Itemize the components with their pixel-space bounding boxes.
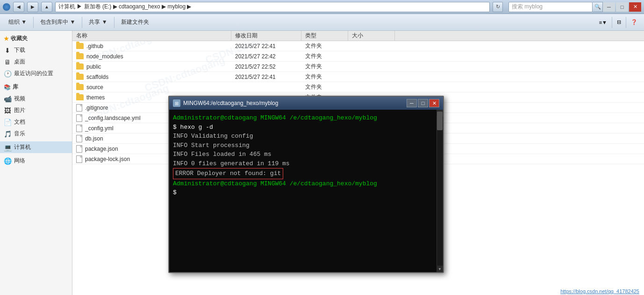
sidebar-item-music[interactable]: 🎵 音乐 — [0, 128, 72, 140]
file-icon — [76, 125, 82, 132]
address-bar[interactable]: 计算机 ▶ 新加卷 (E:) ▶ cdtaogang_hexo ▶ myblog… — [55, 2, 490, 12]
sidebar-item-documents[interactable]: 📄 文档 — [0, 116, 72, 128]
sidebar-item-download[interactable]: ⬇ 下载 — [0, 44, 72, 56]
library-section: 📚 库 📹 视频 🖼 图片 📄 文档 🎵 音乐 — [0, 81, 72, 140]
folder-icon — [76, 43, 84, 49]
new-folder-button[interactable]: 新建文件夹 — [117, 16, 153, 29]
terminal-close-button[interactable]: ✕ — [429, 99, 439, 107]
terminal-line: INFO Files loaded in 465 ms — [173, 150, 439, 159]
bottom-link[interactable]: https://blog.csdn.net/qq_41782425 — [556, 288, 644, 295]
up-button[interactable]: ▲ — [41, 2, 52, 12]
file-row[interactable]: .github 2021/5/27 22:41 文件夹 — [72, 41, 644, 51]
terminal-body[interactable]: Administrator@cdtaogang MINGW64 /e/cdtao… — [169, 110, 443, 272]
file-icon — [76, 155, 82, 163]
view-button[interactable]: ≡▼ — [597, 16, 609, 29]
refresh-button[interactable]: ↻ — [493, 2, 503, 12]
close-button[interactable]: ✕ — [629, 2, 641, 12]
terminal-lines: Administrator@cdtaogang MINGW64 /e/cdtao… — [173, 113, 439, 197]
terminal-scroll-down[interactable]: ▼ — [436, 266, 443, 272]
sidebar-video-label: 视频 — [14, 95, 25, 103]
file-row[interactable]: node_modules 2021/5/27 22:42 文件夹 — [72, 51, 644, 62]
file-cell-size — [348, 51, 395, 61]
file-cell-type: 文件夹 — [301, 62, 348, 71]
column-header-type[interactable]: 类型 — [301, 31, 348, 41]
sidebar-download-label: 下载 — [14, 46, 25, 54]
include-in-library-button[interactable]: 包含到库中 ▼ — [36, 16, 79, 29]
file-icon — [76, 104, 82, 112]
network-section: 🌐 网络 — [0, 155, 72, 167]
sidebar-item-desktop[interactable]: 🖥 桌面 — [0, 56, 72, 68]
file-name-text: source — [86, 84, 103, 91]
terminal-scrollbar[interactable]: ▲ ▼ — [436, 110, 443, 272]
terminal-line-text: Administrator@cdtaogang MINGW64 /e/cdtao… — [173, 180, 377, 187]
file-row[interactable]: source 文件夹 — [72, 82, 644, 92]
search-button[interactable]: 🔍 — [593, 2, 603, 12]
terminal-error-text: ERROR Deployer not found: git — [173, 168, 283, 179]
help-button[interactable]: ❓ — [629, 16, 639, 29]
sidebar-item-network[interactable]: 🌐 网络 — [0, 155, 72, 167]
file-name-text: .github — [86, 43, 103, 49]
file-name-text: _config.yml — [85, 125, 114, 132]
column-header-name[interactable]: 名称 — [72, 31, 231, 41]
terminal-line-text: $ hexo g -d — [173, 124, 213, 131]
file-name-text: scaffolds — [86, 74, 108, 80]
file-name-text: _config.landscape.yml — [85, 115, 141, 121]
minimize-button[interactable]: ─ — [603, 2, 615, 12]
terminal-line: INFO 0 files generated in 119 ms — [173, 159, 439, 169]
search-input[interactable]: 搜索 myblog — [508, 2, 593, 12]
window-controls: ─ □ ✕ — [603, 2, 641, 12]
file-cell-date: 2021/5/27 22:41 — [231, 72, 301, 82]
sidebar-computer-label: 计算机 — [14, 143, 31, 151]
file-icon — [76, 114, 82, 122]
terminal-window: ⊞ MINGW64:/e/cdtaogang_hexo/myblog ─ □ ✕… — [168, 96, 444, 273]
file-cell-name: public — [72, 62, 231, 71]
forward-button[interactable]: ▶ — [27, 2, 38, 12]
file-row[interactable]: public 2021/5/27 22:52 文件夹 — [72, 62, 644, 72]
file-row[interactable]: scaffolds 2021/5/27 22:41 文件夹 — [72, 72, 644, 82]
toolbar-separator-3 — [114, 17, 114, 28]
organize-button[interactable]: 组织 ▼ — [5, 16, 30, 29]
file-cell-type: 文件夹 — [301, 51, 348, 61]
terminal-line: Administrator@cdtaogang MINGW64 /e/cdtao… — [173, 179, 439, 189]
file-cell-type: 文件夹 — [301, 82, 348, 92]
column-headers: 名称 修改日期 类型 大小 — [72, 31, 644, 41]
terminal-line: ERROR Deployer not found: git — [173, 168, 439, 179]
sidebar-item-video[interactable]: 📹 视频 — [0, 93, 72, 105]
terminal-maximize-button[interactable]: □ — [418, 99, 428, 107]
file-cell-size — [348, 72, 395, 82]
toolbar-separator-4 — [612, 17, 612, 28]
column-header-size[interactable]: 大小 — [348, 31, 395, 41]
toolbar-separator-2 — [82, 17, 82, 28]
sidebar-music-label: 音乐 — [14, 130, 25, 138]
share-button[interactable]: 共享 ▼ — [85, 16, 111, 29]
file-cell-type: 文件夹 — [301, 41, 348, 51]
title-bar-left: ◀ ▶ ▲ 计算机 ▶ 新加卷 (E:) ▶ cdtaogang_hexo ▶ … — [3, 2, 603, 12]
sidebar-recent-label: 最近访问的位置 — [14, 70, 53, 77]
terminal-line: INFO Validating config — [173, 132, 439, 141]
terminal-minimize-button[interactable]: ─ — [407, 99, 417, 107]
computer-icon: 💻 — [4, 144, 11, 151]
terminal-line-text: $ — [173, 189, 177, 196]
preview-pane-button[interactable]: ⊟ — [615, 16, 623, 29]
file-cell-date: 2021/5/27 22:52 — [231, 62, 301, 71]
folder-icon — [76, 53, 84, 59]
sidebar-item-computer[interactable]: 💻 计算机 — [0, 141, 72, 153]
file-name-text: node_modules — [86, 53, 123, 60]
back-button[interactable]: ◀ — [13, 2, 24, 12]
file-cell-date — [231, 82, 301, 92]
column-header-date[interactable]: 修改日期 — [231, 31, 301, 41]
terminal-line: $ — [173, 188, 439, 197]
computer-section: 💻 计算机 — [0, 141, 72, 153]
folder-icon — [76, 74, 84, 80]
sidebar-desktop-label: 桌面 — [14, 58, 25, 66]
sidebar-network-label: 网络 — [14, 157, 25, 165]
terminal-scroll-thumb[interactable] — [437, 112, 443, 130]
file-name-text: themes — [86, 94, 105, 101]
file-cell-type: 文件夹 — [301, 72, 348, 82]
toolbar: 组织 ▼ 包含到库中 ▼ 共享 ▼ 新建文件夹 ≡▼ ⊟ ❓ — [0, 14, 644, 31]
maximize-button[interactable]: □ — [616, 2, 628, 12]
sidebar-item-pictures[interactable]: 🖼 图片 — [0, 105, 72, 116]
file-cell-size — [348, 82, 395, 92]
file-cell-name: source — [72, 82, 231, 92]
sidebar-item-recent[interactable]: 🕐 最近访问的位置 — [0, 68, 72, 79]
